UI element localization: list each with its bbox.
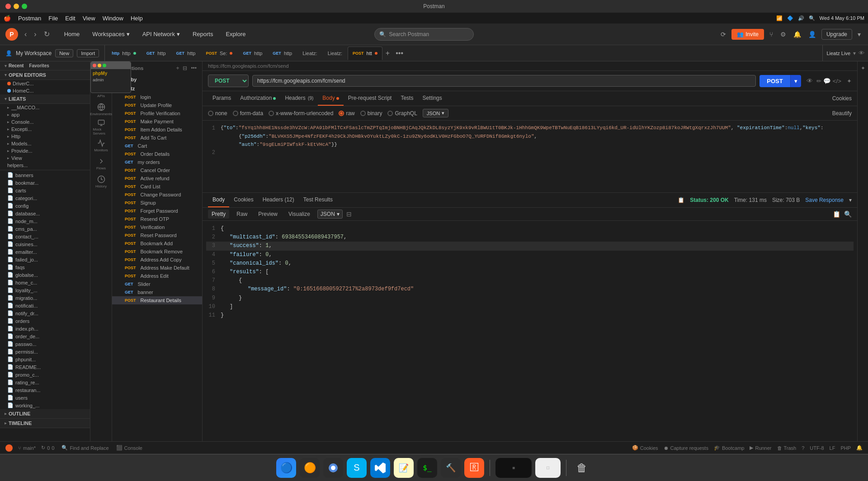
- tabs-overflow[interactable]: •••: [393, 48, 406, 58]
- api-make-payment[interactable]: POSTMake Payment: [112, 117, 202, 126]
- lieats-item-app[interactable]: ▸ app: [0, 111, 90, 118]
- item-orders[interactable]: 📄orders: [0, 317, 90, 325]
- magic-button[interactable]: ✦: [847, 78, 852, 84]
- item-rating[interactable]: 📄rating_re...: [0, 378, 90, 386]
- runner-item[interactable]: ▶ Runner: [750, 445, 771, 451]
- menu-help[interactable]: Help: [131, 15, 143, 22]
- dock-black-item[interactable]: ■: [495, 458, 532, 478]
- tests-tab[interactable]: Tests: [396, 91, 418, 106]
- binary-radio[interactable]: [360, 111, 366, 116]
- tab-3[interactable]: GEThttp: [171, 47, 201, 60]
- api-item-addon[interactable]: POSTItem Addon Details: [112, 126, 202, 134]
- find-replace-item[interactable]: 🔍 Find and Replace: [61, 445, 108, 451]
- close-button[interactable]: [5, 4, 11, 9]
- item-banners[interactable]: 📄banners: [0, 171, 90, 179]
- lieats-item-macco[interactable]: ▸ __MACCO...: [0, 104, 90, 111]
- raw-option[interactable]: raw: [339, 110, 354, 117]
- lieats-item-provide[interactable]: ▸ Provide...: [0, 147, 90, 154]
- urlencoded-option[interactable]: x-www-form-urlencoded: [269, 110, 333, 117]
- api-address-add[interactable]: POSTAddress Add Copy: [112, 256, 202, 264]
- api-update-profile[interactable]: POSTUpdate Profile: [112, 101, 202, 109]
- bootcamp-item[interactable]: 🎓 Bootcamp: [714, 445, 745, 451]
- tab-5[interactable]: GEThttp: [238, 47, 267, 60]
- send-dropdown-button[interactable]: ▾: [790, 75, 801, 87]
- dock-vscode[interactable]: [370, 458, 390, 478]
- right-sidebar-icon-1[interactable]: ✦: [861, 65, 865, 71]
- eye-button[interactable]: 👁: [807, 77, 813, 84]
- add-tab-button[interactable]: +: [383, 48, 392, 58]
- tab-2[interactable]: GEThttp: [142, 47, 171, 60]
- api-add-to-cart[interactable]: POSTAdd To Cart: [112, 134, 202, 142]
- item-database[interactable]: 📄database...: [0, 210, 90, 217]
- json-format-selector[interactable]: JSON ▾: [423, 109, 448, 117]
- toolbar-reports[interactable]: Reports: [188, 28, 218, 40]
- item-restauran[interactable]: 📄restauran...: [0, 386, 90, 394]
- settings-tab[interactable]: Settings: [418, 91, 446, 106]
- headers-tab[interactable]: Headers (9): [280, 91, 318, 106]
- api-bookmark-remove[interactable]: POSTBookmark Remove: [112, 248, 202, 256]
- dock-xcode[interactable]: 🔨: [441, 458, 461, 478]
- graphql-radio[interactable]: [387, 111, 393, 116]
- item-cmspa[interactable]: 📄cms_pa...: [0, 225, 90, 233]
- method-selector[interactable]: POST GET PUT DELETE: [208, 75, 249, 87]
- item-carts[interactable]: 📄carts: [0, 187, 90, 194]
- item-bookmar[interactable]: 📄bookmar...: [0, 179, 90, 187]
- add-collection-button[interactable]: +: [175, 64, 180, 72]
- invite-button[interactable]: 👥 Invite: [731, 29, 764, 40]
- graphql-option[interactable]: GraphQL: [387, 110, 417, 117]
- api-restaurant-details[interactable]: POSTRestaurant Details: [112, 296, 202, 304]
- api-forget-password[interactable]: POSTForget Password: [112, 207, 202, 215]
- notification-icon[interactable]: 🔔: [792, 29, 803, 40]
- item-passwo[interactable]: 📄passwo...: [0, 340, 90, 348]
- item-loyality[interactable]: 📄loyality_...: [0, 286, 90, 294]
- item-categori[interactable]: 📄categori...: [0, 194, 90, 202]
- beautify-button[interactable]: Beautify: [832, 110, 852, 117]
- search-bar[interactable]: 🔍 Search Postman: [374, 28, 474, 41]
- resp-test-results-tab[interactable]: Test Results: [299, 193, 337, 207]
- api-signup[interactable]: POSTSignup: [112, 199, 202, 207]
- lieats-item-console[interactable]: ▸ Console...: [0, 118, 90, 126]
- minimize-button[interactable]: [14, 4, 19, 9]
- urlencoded-radio[interactable]: [269, 111, 274, 116]
- editor-item-1[interactable]: DriverC...: [0, 80, 90, 87]
- api-verification[interactable]: POSTVerification: [112, 223, 202, 231]
- params-tab[interactable]: Params: [208, 91, 236, 106]
- tab-4[interactable]: POSTSe:: [201, 47, 237, 60]
- notification-bell[interactable]: 🔔: [856, 445, 863, 451]
- dock-trash[interactable]: 🗑: [572, 458, 592, 478]
- api-login[interactable]: POSTlogin: [112, 93, 202, 101]
- item-node[interactable]: 📄node_m...: [0, 217, 90, 225]
- main-branch[interactable]: ⑂ main*: [18, 445, 36, 451]
- api-my-orders[interactable]: GETmy orders: [112, 158, 202, 166]
- sidebar-flows-icon[interactable]: Flows: [93, 155, 109, 172]
- dock-white-item[interactable]: □: [535, 458, 561, 478]
- menu-edit[interactable]: Edit: [65, 15, 75, 22]
- item-notify[interactable]: 📄notify_dr...: [0, 309, 90, 317]
- api-cart[interactable]: GETCart: [112, 142, 202, 150]
- forward-button[interactable]: ›: [31, 28, 39, 40]
- resp-body-tab[interactable]: Body: [208, 193, 229, 207]
- dock-terminal[interactable]: $_: [417, 458, 437, 478]
- none-option[interactable]: none: [208, 110, 227, 117]
- item-working[interactable]: 📄working_...: [0, 402, 90, 409]
- authorization-tab[interactable]: Authorization: [236, 91, 280, 106]
- lieats-item-excepti[interactable]: ▸ Excepti...: [0, 126, 90, 133]
- binary-option[interactable]: binary: [360, 110, 382, 117]
- item-failed[interactable]: 📄failed_jo...: [0, 256, 90, 263]
- pretty-button[interactable]: Pretty: [208, 210, 229, 219]
- refresh-button[interactable]: ↻: [41, 28, 52, 40]
- comment-icon[interactable]: 💬: [823, 78, 831, 84]
- resp-cookies-tab[interactable]: Cookies: [229, 193, 258, 207]
- sync-icon[interactable]: ⟳: [719, 29, 728, 40]
- console-item[interactable]: ⬛ Console: [116, 445, 142, 451]
- form-data-radio[interactable]: [233, 111, 238, 116]
- raw-radio[interactable]: [339, 111, 344, 116]
- item-homec[interactable]: 📄home_c...: [0, 279, 90, 286]
- lieats-item-view[interactable]: ▸ View: [0, 154, 90, 162]
- sidebar-history-icon[interactable]: History: [93, 173, 109, 190]
- copy-resp-button[interactable]: 📋: [833, 210, 840, 218]
- lieats-item-helpers[interactable]: helpers...: [0, 162, 90, 169]
- timeline-header[interactable]: ▸ TIMELINE: [0, 419, 90, 428]
- toolbar-home[interactable]: Home: [60, 28, 85, 40]
- item-migratio[interactable]: 📄migratio...: [0, 294, 90, 302]
